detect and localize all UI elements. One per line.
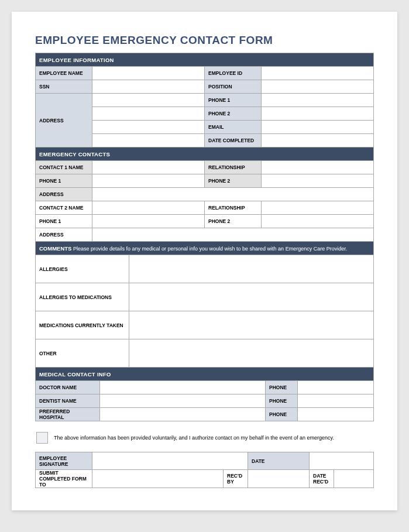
position-field[interactable]	[262, 80, 374, 94]
medications-label: MEDICATIONS CURRENTLY TAKEN	[36, 311, 129, 339]
contact1-address-field[interactable]	[92, 188, 374, 201]
employee-name-label: EMPLOYEE NAME	[36, 67, 92, 80]
contact1-phone2-label: PHONE 2	[205, 174, 262, 188]
employee-info-table: EMPLOYEE INFORMATION EMPLOYEE NAME EMPLO…	[35, 53, 374, 147]
address-field-3[interactable]	[92, 121, 205, 134]
signature-date-field[interactable]	[310, 452, 374, 470]
comments-header-text: Please provide details fo any medical or…	[71, 246, 347, 252]
contact2-phone2-field[interactable]	[262, 215, 374, 228]
address-field-2[interactable]	[92, 107, 205, 121]
address-field-1[interactable]	[92, 94, 205, 107]
hospital-phone-field[interactable]	[298, 408, 374, 421]
comments-table: COMMENTS Please provide details fo any m…	[35, 241, 374, 368]
doctor-label: DOCTOR NAME	[36, 381, 100, 394]
ssn-field[interactable]	[92, 80, 205, 94]
authorization-checkbox[interactable]	[36, 432, 48, 444]
contact2-relationship-label: RELATIONSHIP	[205, 201, 262, 215]
comments-header-bold: COMMENTS	[39, 245, 71, 252]
phone1-label: PHONE 1	[205, 94, 262, 107]
email-label: EMAIL	[205, 121, 262, 134]
date-recd-field[interactable]	[334, 470, 374, 488]
phone1-field[interactable]	[262, 94, 374, 107]
medical-header: MEDICAL CONTACT INFO	[36, 368, 374, 381]
recd-by-label: REC'D BY	[224, 470, 248, 488]
allergies-label: ALLERGIES	[36, 255, 129, 283]
contact1-name-field[interactable]	[92, 161, 205, 174]
employee-info-header: EMPLOYEE INFORMATION	[36, 53, 374, 67]
contact2-address-label: ADDRESS	[36, 228, 92, 242]
contact2-phone2-label: PHONE 2	[205, 215, 262, 228]
other-label: OTHER	[36, 339, 129, 368]
signature-field[interactable]	[92, 452, 248, 470]
position-label: POSITION	[205, 80, 262, 94]
date-completed-label: DATE COMPLETED	[205, 134, 262, 147]
contact2-address-field[interactable]	[92, 228, 374, 242]
medical-table: MEDICAL CONTACT INFO DOCTOR NAME PHONE D…	[35, 367, 374, 421]
submit-to-label: SUBMIT COMPLETED FORM TO	[36, 470, 92, 488]
signature-date-label: DATE	[248, 452, 310, 470]
employee-id-field[interactable]	[262, 67, 374, 80]
contact1-relationship-label: RELATIONSHIP	[205, 161, 262, 174]
phone2-field[interactable]	[262, 107, 374, 121]
contact2-phone1-label: PHONE 1	[36, 215, 92, 228]
signature-label: EMPLOYEE SIGNATURE	[36, 452, 92, 470]
dentist-phone-field[interactable]	[298, 394, 374, 408]
doctor-phone-field[interactable]	[298, 381, 374, 394]
contact1-name-label: CONTACT 1 NAME	[36, 161, 92, 174]
address-label: ADDRESS	[36, 94, 92, 147]
contact1-relationship-field[interactable]	[262, 161, 374, 174]
hospital-field[interactable]	[100, 408, 266, 421]
contact1-phone2-field[interactable]	[262, 174, 374, 188]
employee-name-field[interactable]	[92, 67, 205, 80]
other-field[interactable]	[129, 339, 374, 368]
form-title: EMPLOYEE EMERGENCY CONTACT FORM	[35, 34, 374, 47]
contact2-name-field[interactable]	[92, 201, 205, 215]
authorization-text: The above information has been provided …	[54, 435, 334, 441]
phone2-label: PHONE 2	[205, 107, 262, 121]
form-page: EMPLOYEE EMERGENCY CONTACT FORM EMPLOYEE…	[12, 12, 397, 510]
medications-field[interactable]	[129, 311, 374, 339]
contact2-name-label: CONTACT 2 NAME	[36, 201, 92, 215]
dentist-field[interactable]	[100, 394, 266, 408]
allergies-meds-field[interactable]	[129, 283, 374, 311]
employee-id-label: EMPLOYEE ID	[205, 67, 262, 80]
contact1-phone1-label: PHONE 1	[36, 174, 92, 188]
hospital-phone-label: PHONE	[266, 408, 298, 421]
dentist-label: DENTIST NAME	[36, 394, 100, 408]
contact1-address-label: ADDRESS	[36, 188, 92, 201]
recd-by-field[interactable]	[248, 470, 310, 488]
allergies-field[interactable]	[129, 255, 374, 283]
doctor-phone-label: PHONE	[266, 381, 298, 394]
contact2-relationship-field[interactable]	[262, 201, 374, 215]
emergency-contacts-header: EMERGENCY CONTACTS	[36, 147, 374, 161]
date-recd-label: DATE REC'D	[310, 470, 334, 488]
signature-table: EMPLOYEE SIGNATURE DATE SUBMIT COMPLETED…	[35, 452, 374, 488]
authorization-row: The above information has been provided …	[35, 430, 374, 446]
doctor-field[interactable]	[100, 381, 266, 394]
contact2-phone1-field[interactable]	[92, 215, 205, 228]
address-field-4[interactable]	[92, 134, 205, 147]
emergency-contacts-table: EMERGENCY CONTACTS CONTACT 1 NAME RELATI…	[35, 147, 374, 242]
comments-header: COMMENTS Please provide details fo any m…	[36, 242, 374, 255]
ssn-label: SSN	[36, 80, 92, 94]
date-completed-field[interactable]	[262, 134, 374, 147]
submit-to-field[interactable]	[92, 470, 224, 488]
hospital-label: PREFERRED HOSPITAL	[36, 408, 100, 421]
dentist-phone-label: PHONE	[266, 394, 298, 408]
email-field[interactable]	[262, 121, 374, 134]
contact1-phone1-field[interactable]	[92, 174, 205, 188]
allergies-meds-label: ALLERGIES TO MEDICATIONS	[36, 283, 129, 311]
